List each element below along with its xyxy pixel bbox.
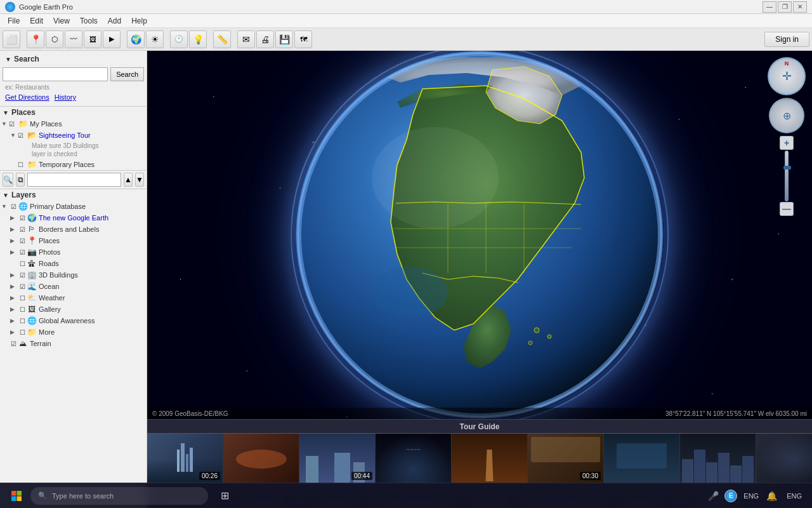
history-link[interactable]: History	[55, 93, 76, 101]
main-content: ▼ Search Search ex: Restaurants Get Dire…	[0, 51, 812, 508]
email-button[interactable]: ✉	[237, 30, 255, 48]
get-directions-link[interactable]: Get Directions	[5, 93, 49, 101]
svg-point-10	[372, 267, 448, 318]
my-places-item[interactable]: ▼ ☑ 📁 My Places	[0, 118, 147, 130]
temp-places-check[interactable]: ☐	[18, 161, 27, 168]
layer-weather[interactable]: ▶ ☐ ⛅ Weather	[0, 292, 147, 304]
layer-3d-buildings[interactable]: ▶ ☑ 🏢 3D Buildings	[0, 269, 147, 281]
folder-icon: 📁	[18, 119, 28, 129]
zoom-out-button[interactable]: —	[780, 202, 794, 216]
add-tour-button[interactable]: ▶	[103, 30, 121, 48]
svg-rect-15	[11, 491, 16, 496]
sightseeing-label[interactable]: Sightseeing Tour	[39, 131, 91, 139]
layer-gallery[interactable]: ▶ ☐ 🖼 Gallery	[0, 304, 147, 315]
taskbar: 🔍 Type here to search ⊞ 🎤 E ENG 🔔 ENG	[0, 483, 812, 508]
ruler-button[interactable]: 📏	[213, 30, 231, 48]
add-placemark-button[interactable]: 📍	[27, 30, 44, 48]
menu-view[interactable]: View	[48, 15, 75, 27]
layer-photos[interactable]: ▶ ☑ 📷 Photos	[0, 246, 147, 258]
menu-edit[interactable]: Edit	[25, 15, 48, 27]
menu-file[interactable]: File	[3, 15, 25, 27]
map-area[interactable]: N ✛ ⊕ + — © 2009 GeoBasis-DE/BKG 38°57'2…	[147, 51, 812, 508]
svg-point-14	[372, 127, 499, 229]
zoom-slider[interactable]	[785, 150, 789, 201]
language-indicator: ENG	[741, 492, 761, 500]
earth-taskbar-icon[interactable]: E	[723, 488, 738, 504]
layer-terrain[interactable]: ☑ ⛰ Terrain	[0, 338, 147, 349]
sunlight-button[interactable]: 💡	[189, 30, 207, 48]
places-filter-input[interactable]	[27, 173, 121, 187]
layer-new-google-earth[interactable]: ▶ ☑ 🌍 The new Google Earth	[0, 212, 147, 224]
layer-new-ge-label: The new Google Earth	[39, 214, 108, 222]
places-header[interactable]: ▼ Places	[0, 107, 147, 118]
move-up-button[interactable]: ▲	[124, 173, 133, 187]
layer-more[interactable]: ▶ ☐ 📁 More	[0, 326, 147, 338]
mic-button[interactable]: 🎤	[705, 488, 721, 504]
print-button[interactable]: 🖨	[256, 30, 274, 48]
zoom-in-button[interactable]: +	[780, 136, 794, 150]
sidebar-toggle-button[interactable]: ⬜	[3, 30, 20, 48]
move-down-button[interactable]: ▼	[135, 173, 144, 187]
search-input[interactable]	[3, 67, 108, 81]
taskbar-search[interactable]: 🔍 Type here to search	[30, 487, 208, 505]
minimize-button[interactable]: —	[763, 1, 776, 13]
zoom-control: + —	[780, 136, 794, 216]
gallery-icon: 🖼	[27, 304, 37, 314]
task-view-button[interactable]: ⊞	[213, 485, 236, 507]
globe-wrapper	[296, 51, 664, 419]
layers-header[interactable]: ▼ Layers	[0, 189, 147, 201]
sightseeing-check[interactable]: ☑	[18, 132, 27, 139]
search-label: Search	[14, 55, 39, 64]
weather-icon: ⛅	[27, 293, 37, 303]
start-button[interactable]	[5, 485, 28, 507]
layer-places[interactable]: ▶ ☑ 📍 Places	[0, 235, 147, 246]
menu-help[interactable]: Help	[126, 15, 152, 27]
layer-photos-label: Photos	[39, 248, 60, 256]
my-places-check[interactable]: ☑	[9, 121, 18, 128]
map-embed-button[interactable]: 🗺	[294, 30, 312, 48]
sightseeing-tour-item[interactable]: ▼ ☑ 📂 Sightseeing Tour	[0, 130, 147, 141]
historical-button[interactable]: 🕐	[170, 30, 188, 48]
primary-database-item[interactable]: ▼ ☑ 🌐 Primary Database	[0, 201, 147, 212]
add-polygon-button[interactable]: ⬡	[46, 30, 63, 48]
earth-view-button[interactable]: 🌍	[127, 30, 145, 48]
layer-borders-label: Borders and Labels	[39, 225, 99, 233]
temporary-places-item[interactable]: ☐ 📁 Temporary Places	[0, 159, 147, 170]
close-button[interactable]: ✕	[793, 1, 807, 13]
temp-folder-icon: 📁	[27, 159, 37, 170]
temp-places-label: Temporary Places	[39, 161, 95, 168]
search-header[interactable]: ▼ Search	[3, 53, 144, 65]
layer-ocean[interactable]: ▶ ☑ 🌊 Ocean	[0, 281, 147, 292]
menu-bar: File Edit View Tools Add Help	[0, 14, 812, 28]
global-icon: 🌐	[27, 316, 37, 326]
layer-borders[interactable]: ▶ ☑ 🏳 Borders and Labels	[0, 224, 147, 235]
layer-places-label: Places	[39, 237, 60, 244]
add-path-button[interactable]: 〰	[65, 30, 82, 48]
menu-tools[interactable]: Tools	[75, 15, 103, 27]
sky-view-button[interactable]: ☀	[146, 30, 164, 48]
sign-in-button[interactable]: Sign in	[764, 32, 809, 47]
duration-iberian: 00:30	[580, 472, 601, 480]
search-places-button[interactable]: 🔍	[3, 173, 13, 187]
look-control[interactable]: ⊕	[769, 98, 804, 133]
layers-button[interactable]: ⧉	[16, 173, 25, 187]
layer-roads[interactable]: ☐ 🛣 Roads	[0, 258, 147, 269]
layer-global-awareness[interactable]: ▶ ☐ 🌐 Global Awareness	[0, 315, 147, 326]
zoom-thumb[interactable]	[783, 166, 791, 170]
compass-control[interactable]: N ✛	[768, 57, 806, 95]
search-button[interactable]: Search	[110, 67, 144, 81]
compass-arrows[interactable]: ✛	[782, 69, 792, 83]
terrain-icon: ⛰	[18, 338, 28, 349]
save-image-button[interactable]: 💾	[275, 30, 293, 48]
places-icon: 📍	[27, 236, 37, 246]
add-overlay-button[interactable]: 🖼	[84, 30, 102, 48]
globe[interactable]	[296, 51, 664, 419]
menu-add[interactable]: Add	[103, 15, 126, 27]
status-bar: © 2009 GeoBasis-DE/BKG 38°57'22.811" N 1…	[147, 408, 812, 419]
taskbar-search-label: Type here to search	[52, 492, 114, 500]
notification-button[interactable]: 🔔	[764, 488, 779, 504]
layer-ocean-label: Ocean	[39, 283, 59, 290]
restore-button[interactable]: ❐	[778, 1, 792, 13]
my-places-arrow: ▼	[1, 121, 9, 127]
ocean-icon: 🌊	[27, 281, 37, 291]
